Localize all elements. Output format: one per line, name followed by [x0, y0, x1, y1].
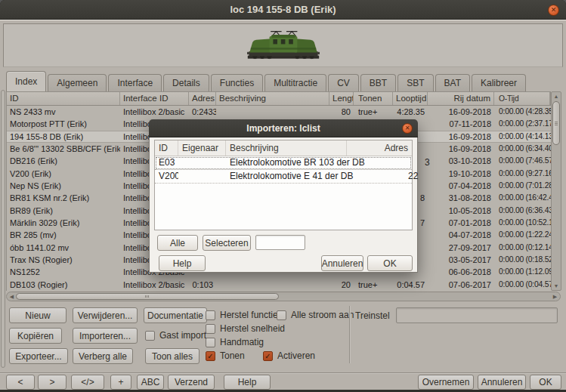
table-cell-rij_datum: 16-09-2018 [428, 143, 494, 155]
checkbox-icon[interactable] [145, 331, 155, 341]
table-cell-looptijd: 0:04.57 [393, 279, 428, 291]
table-cell-lengte: 20 [329, 279, 354, 291]
exporteer-button[interactable]: Exporteer... [9, 348, 68, 364]
filter-input[interactable] [255, 235, 305, 250]
checkbox-icon[interactable]: ✓ [206, 351, 215, 361]
column-header[interactable]: Beschrijving [216, 92, 329, 105]
tab-algemeen[interactable]: Algemeen [48, 74, 107, 91]
dialog-ok-button[interactable]: OK [367, 255, 413, 271]
import-row[interactable]: E03Elektrolokomotive BR 103 der DB3 [155, 156, 412, 170]
loc-table-header: IDInterface IDAdresBeschrijvingLengteTon… [6, 91, 551, 106]
tab-sbt[interactable]: SBT [397, 74, 433, 91]
checkbox-icon[interactable] [206, 324, 215, 334]
tab-interface[interactable]: Interface [108, 74, 162, 91]
import-table-body: E03Elektrolokomotive BR 103 der DB3V200E… [155, 156, 412, 184]
table-cell-rij_datum: 03-05-2017 [428, 254, 494, 266]
checkbox-icon[interactable] [206, 310, 215, 320]
importeren-button[interactable]: Importeren... [73, 328, 138, 344]
import-row[interactable]: V200Elektrolokomotive E 41 der DB22 [155, 170, 412, 184]
prev-button[interactable]: < [6, 375, 35, 390]
verzend-button[interactable]: Verzend [168, 375, 215, 390]
import-cell-id: V200 [155, 170, 178, 183]
column-header[interactable]: Interface ID [120, 92, 189, 105]
column-header[interactable]: Rij datum [428, 92, 494, 105]
loco-image-panel [3, 23, 563, 67]
next-button[interactable]: > [38, 375, 66, 390]
code-button[interactable]: </> [71, 375, 104, 390]
import-cell-adres: 3 [369, 156, 434, 169]
column-header[interactable]: Tonen [354, 92, 393, 105]
scroll-left-icon[interactable]: ◀ [8, 292, 16, 301]
dialog-body: IDEigenaarBeschrijvingAdres E03Elektrolo… [149, 137, 418, 273]
table-cell-rij_datum: 16-09-2018 [428, 131, 494, 143]
scroll-right-icon[interactable]: ▶ [551, 292, 559, 301]
import-table-header: IDEigenaarBeschrijvingAdres [155, 140, 412, 156]
dialog-annuleren-button[interactable]: Annuleren [321, 255, 363, 271]
verberg-alle-button[interactable]: Verberg alle [73, 348, 133, 364]
table-cell-rij_datum: 16-09-2018 [428, 106, 494, 118]
import-cell-eigenaar [178, 170, 226, 183]
table-cell-interface_id: Intellibox 2/basic [120, 106, 189, 118]
alle-button[interactable]: Alle [157, 235, 198, 251]
table-cell-id: Märklin 3029 (Erik) [7, 217, 120, 229]
column-header[interactable]: Looptijd [393, 92, 428, 105]
dialog-close-icon[interactable]: ✕ [402, 123, 413, 134]
documentatie-button[interactable]: Documentatie [144, 307, 207, 323]
selecteren-button[interactable]: Selecteren [203, 235, 251, 251]
vertical-scrollbar[interactable]: ▲ ▼ [551, 91, 561, 291]
column-header[interactable]: ID [7, 92, 120, 105]
gast-import-checkbox[interactable]: Gast import [145, 330, 206, 341]
table-cell-beschrijving [216, 279, 329, 291]
vertical-scrollbar-thumb[interactable] [552, 101, 560, 145]
handmatig-checkbox[interactable]: Handmatig [206, 337, 264, 347]
column-header[interactable]: Adres [347, 140, 412, 156]
treinstel-input[interactable] [396, 307, 558, 323]
herstel-functies-label: Herstel functies [220, 310, 283, 320]
tab-bbt[interactable]: BBT [360, 74, 396, 91]
overnemen-button[interactable]: Overnemen [418, 375, 474, 390]
abc-button[interactable]: ABC [137, 375, 164, 390]
tonen-checkbox[interactable]: ✓ Tonen [206, 350, 245, 361]
tab-details[interactable]: Details [163, 74, 209, 91]
tab-cv[interactable]: CV [328, 74, 359, 91]
column-header[interactable]: ID [155, 140, 178, 156]
dialog-help-button[interactable]: Help [159, 255, 206, 271]
tab-kalibreer[interactable]: Kalibreer [472, 74, 526, 91]
close-icon[interactable]: ✕ [548, 5, 559, 16]
handmatig-label: Handmatig [220, 337, 264, 347]
ok-button[interactable]: OK [530, 375, 561, 390]
herstel-functies-checkbox[interactable]: Herstel functies [206, 310, 283, 320]
table-cell-o_tijd: 0:00.00 (10:52.17) [494, 217, 551, 229]
treinstel-label: Treinstel [355, 310, 390, 321]
checkbox-icon[interactable] [206, 338, 215, 347]
scroll-up-icon[interactable]: ▲ [552, 92, 561, 100]
alle-stroom-aan-checkbox[interactable]: Alle stroom aan [277, 310, 354, 320]
table-cell-lengte: 80 [329, 106, 354, 118]
checkbox-icon[interactable]: ✓ [263, 351, 273, 361]
table-row[interactable]: NS 2433 mvIntellibox 2/basic0:243380true… [7, 106, 551, 118]
verwijderen-button[interactable]: Verwijderen... [73, 307, 138, 323]
checkbox-icon[interactable] [277, 310, 286, 320]
column-header[interactable]: Adres [189, 92, 216, 105]
kopieren-button[interactable]: Kopiëren [9, 328, 62, 344]
activeren-checkbox[interactable]: ✓ Activeren [263, 350, 315, 361]
annuleren-button[interactable]: Annuleren [478, 375, 526, 390]
scroll-down-icon[interactable]: ▼ [552, 282, 561, 290]
column-header[interactable]: Beschrijving [226, 140, 347, 156]
tab-index[interactable]: Index [6, 71, 46, 91]
column-header[interactable]: Eigenaar [178, 140, 226, 156]
tab-bat[interactable]: BAT [435, 74, 470, 91]
tab-multitractie[interactable]: Multitractie [264, 74, 326, 91]
herstel-snelheid-checkbox[interactable]: Herstel snelheid [206, 323, 285, 334]
tab-functies[interactable]: Functies [211, 74, 263, 91]
table-row[interactable]: DB103 (Rogier)Intellibox 2/basic0:10320t… [7, 279, 551, 291]
toon-alles-button[interactable]: Toon alles [145, 348, 199, 364]
plus-button[interactable]: + [110, 375, 131, 390]
nieuw-button[interactable]: Nieuw [9, 307, 66, 323]
horizontal-scrollbar-thumb[interactable] [16, 293, 279, 300]
column-header[interactable]: Lengte [329, 92, 354, 105]
help-button[interactable]: Help [224, 375, 271, 390]
table-cell-id: 194 155-8 DB (Erik) [7, 131, 120, 143]
horizontal-scrollbar[interactable]: ◀ ▶ [6, 292, 561, 301]
column-header[interactable]: O-Tijd [494, 92, 550, 105]
